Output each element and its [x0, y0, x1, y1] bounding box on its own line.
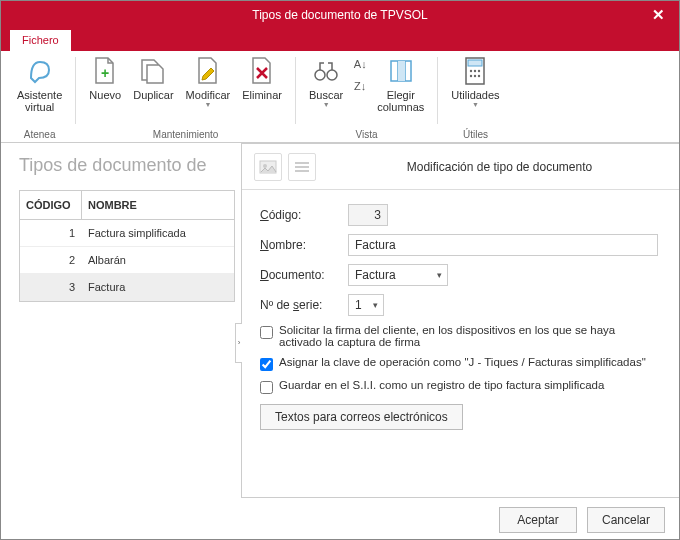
new-label: Nuevo	[89, 89, 121, 101]
cell-code: 2	[20, 247, 82, 273]
series-select[interactable]: 1	[348, 294, 384, 316]
table-row[interactable]: 3Factura	[20, 274, 234, 301]
svg-rect-6	[398, 61, 405, 81]
check-signature-label: Solicitar la firma del cliente, en los d…	[279, 324, 661, 348]
svg-rect-8	[468, 60, 482, 66]
check-sii[interactable]	[260, 381, 273, 394]
columns-icon	[385, 55, 417, 87]
cell-name: Factura	[82, 274, 234, 300]
utilities-label: Utilidades	[451, 89, 499, 101]
code-field: 3	[348, 204, 388, 226]
panel-collapse-handle[interactable]: ›	[235, 323, 242, 363]
panel-title: Modificación de tipo de documento	[332, 160, 667, 174]
group-utils: Útiles	[445, 128, 505, 142]
email-texts-button[interactable]: Textos para correos electrónicos	[260, 404, 463, 430]
separator	[437, 57, 438, 124]
label-document: Documento:	[260, 268, 325, 283]
new-file-icon: +	[89, 55, 121, 87]
separator	[75, 57, 76, 124]
window-title: Tipos de documento de TPVSOL	[252, 8, 427, 22]
duplicate-icon	[137, 55, 169, 87]
ribbon: Asistente virtual Atenea + Nuevo Duplica…	[1, 51, 679, 143]
group-maintenance: Mantenimiento	[83, 128, 288, 142]
group-view: Vista	[303, 128, 430, 142]
view-list-icon[interactable]	[288, 153, 316, 181]
svg-point-11	[478, 70, 480, 72]
find-label: Buscar	[309, 89, 343, 101]
col-name[interactable]: NOMBRE	[82, 191, 234, 219]
delete-icon	[246, 55, 278, 87]
modify-icon	[192, 55, 224, 87]
label-name: Nombre:	[260, 238, 306, 253]
assistant-label: Asistente virtual	[17, 89, 62, 113]
cell-code: 1	[20, 220, 82, 246]
sort-desc-icon: Z↓	[354, 80, 366, 92]
modify-label: Modificar	[186, 89, 231, 101]
choose-columns-button[interactable]: Elegir columnas	[371, 53, 430, 115]
chevron-down-icon: ▼	[204, 101, 211, 108]
detail-panel: › Modificación de tipo de documento Códi…	[241, 143, 679, 540]
svg-point-13	[474, 75, 476, 77]
check-sii-label: Guardar en el S.I.I. como un registro de…	[279, 379, 604, 391]
duplicate-label: Duplicar	[133, 89, 173, 101]
tab-strip: Fichero	[1, 29, 679, 51]
svg-point-2	[327, 70, 337, 80]
assistant-button[interactable]: Asistente virtual	[11, 53, 68, 115]
view-thumb-icon[interactable]	[254, 153, 282, 181]
col-code[interactable]: CÓDIGO	[20, 191, 82, 219]
binoculars-icon	[310, 55, 342, 87]
find-button[interactable]: Buscar ▼	[303, 53, 349, 110]
group-atenea: Atenea	[11, 128, 68, 142]
assistant-icon	[24, 55, 56, 87]
new-button[interactable]: + Nuevo	[83, 53, 127, 103]
calculator-icon	[459, 55, 491, 87]
svg-point-9	[470, 70, 472, 72]
close-button[interactable]: ✕	[643, 1, 673, 29]
table-row[interactable]: 1Factura simplificada	[20, 220, 234, 247]
cell-name: Albarán	[82, 247, 234, 273]
check-signature[interactable]	[260, 326, 273, 339]
types-grid: CÓDIGO NOMBRE 1Factura simplificada2Alba…	[19, 190, 235, 302]
page-heading: Tipos de documento de	[19, 155, 235, 176]
cell-name: Factura simplificada	[82, 220, 234, 246]
sort-asc-icon: A↓	[354, 58, 367, 70]
choose-columns-label: Elegir columnas	[377, 89, 424, 113]
utilities-button[interactable]: Utilidades ▼	[445, 53, 505, 110]
cancel-button[interactable]: Cancelar	[587, 507, 665, 533]
label-code: Código:	[260, 208, 301, 223]
duplicate-button[interactable]: Duplicar	[127, 53, 179, 103]
svg-text:+: +	[101, 65, 109, 81]
check-assign-key-label: Asignar la clave de operación como "J - …	[279, 356, 646, 368]
sort-asc-button[interactable]: A↓	[349, 53, 371, 75]
delete-label: Eliminar	[242, 89, 282, 101]
name-input[interactable]	[348, 234, 658, 256]
svg-point-1	[315, 70, 325, 80]
svg-point-12	[470, 75, 472, 77]
document-select[interactable]: Factura	[348, 264, 448, 286]
ok-button[interactable]: Aceptar	[499, 507, 577, 533]
label-series: Nº de serie:	[260, 298, 322, 313]
sort-desc-button[interactable]: Z↓	[349, 75, 371, 97]
check-assign-key[interactable]	[260, 358, 273, 371]
chevron-down-icon: ▼	[472, 101, 479, 108]
table-row[interactable]: 2Albarán	[20, 247, 234, 274]
cell-code: 3	[20, 274, 82, 300]
separator	[295, 57, 296, 124]
modify-button[interactable]: Modificar ▼	[180, 53, 237, 110]
svg-point-14	[478, 75, 480, 77]
tab-fichero[interactable]: Fichero	[9, 29, 72, 51]
chevron-down-icon: ▼	[323, 101, 330, 108]
delete-button[interactable]: Eliminar	[236, 53, 288, 103]
svg-point-10	[474, 70, 476, 72]
